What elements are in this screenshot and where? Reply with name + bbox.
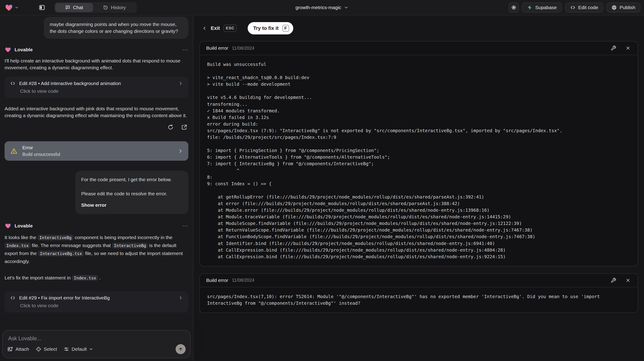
arrow-up-icon (178, 347, 183, 352)
followup-line2: Please edit the code to resolve the erro… (81, 190, 182, 197)
esc-key-badge: ESC (224, 25, 237, 32)
user-followup-bubble: For the code present, I get the error be… (75, 171, 188, 214)
fix-wrench-icon[interactable] (610, 45, 617, 51)
inline-code: Index.tsx (4, 243, 30, 248)
edit-28-subtitle: Click to view code (20, 88, 183, 94)
chat-bubble-icon (65, 5, 70, 10)
edit-29-card[interactable]: Edit #29 • Fix import error for Interact… (4, 291, 188, 313)
inline-code: InteractiveBg (38, 235, 74, 240)
build-error-summary-card[interactable]: Error Build unsuccessful (4, 141, 188, 161)
close-icon[interactable] (625, 277, 631, 284)
exit-label: Exit (211, 25, 220, 31)
assistant-message-header: Lovable ⋯ (4, 223, 188, 229)
build-error-title: Build error (206, 278, 228, 283)
edit-code-button[interactable]: Edit code (565, 2, 604, 12)
mode-dropdown[interactable]: Default (64, 346, 93, 352)
lovable-heart-avatar-icon (4, 46, 12, 53)
error-card-subtitle: Build unsuccessful (22, 152, 60, 157)
topbar-right: Supabase Edit code Publish (509, 2, 640, 12)
close-icon[interactable] (625, 45, 631, 51)
f-key-badge: F (282, 25, 289, 32)
publish-button[interactable]: Publish (606, 2, 640, 12)
edit-29-title: Edit #29 • Fix import error for Interact… (19, 295, 110, 301)
followup-line1: For the code present, I get the error be… (81, 176, 182, 183)
chevron-right-icon (178, 149, 183, 154)
chevron-right-icon (178, 81, 183, 86)
lovable-app-window: Chat History growth-metrics-magic (0, 0, 644, 361)
chevron-down-icon (14, 5, 19, 9)
assistant-name: Lovable (14, 223, 32, 229)
select-label: Select (44, 347, 57, 352)
tab-history-label: History (111, 5, 126, 10)
message-action-row (4, 123, 188, 131)
chevron-left-icon (202, 26, 207, 31)
project-name[interactable]: growth-metrics-magic (296, 5, 342, 10)
preview-header: Exit ESC Try to fix it F (199, 15, 638, 41)
user-message-bubble: maybe diagramming points and when you mo… (44, 17, 188, 39)
assistant-intro-text: I'll help create an interactive backgrou… (4, 57, 188, 71)
build-error-date: 11/08/2024 (232, 278, 254, 283)
edit-code-label: Edit code (578, 5, 598, 10)
fix-wrench-icon[interactable] (610, 277, 617, 284)
message-options-button[interactable]: ⋯ (182, 46, 188, 53)
retry-icon[interactable] (166, 123, 175, 131)
edit-29-subtitle: Click to view code (20, 303, 183, 308)
tab-chat-label: Chat (73, 5, 83, 10)
build-error-card-2-header: Build error 11/08/2024 (200, 274, 638, 287)
inline-code: InteractiveBg.tsx (38, 251, 84, 256)
attach-label: Attach (16, 347, 29, 352)
assistant-name: Lovable (14, 47, 32, 52)
build-error-card-1-body: Build was unsuccessful > vite_react_shad… (200, 55, 638, 266)
assistant-fix-text: Let's fix the import statement in Index.… (4, 274, 188, 282)
code-brackets-icon (570, 5, 576, 10)
chat-panel: maybe diagramming points and when you mo… (0, 15, 194, 361)
exit-button[interactable]: Exit ESC (202, 25, 237, 32)
attach-button[interactable]: Attach (7, 346, 29, 352)
chat-message-list[interactable]: maybe diagramming points and when you mo… (0, 15, 193, 361)
chevron-right-icon (178, 296, 183, 300)
code-brackets-icon (10, 295, 16, 301)
chat-input[interactable]: Ask Lovable... (8, 336, 185, 342)
toggle-sidebar-button[interactable] (37, 2, 47, 12)
chat-composer: Ask Lovable... Attach Select (2, 330, 191, 358)
edit-28-title: Edit #28 • Add interactive background an… (19, 81, 121, 86)
globe-icon (612, 5, 617, 10)
chat-history-tabs: Chat History (54, 2, 137, 13)
code-brackets-icon (10, 81, 16, 86)
panel-layout-icon (38, 4, 46, 11)
lovable-logo-menu[interactable] (4, 3, 19, 12)
send-button[interactable] (176, 344, 186, 354)
build-log-output: Build was unsuccessful > vite_react_shad… (207, 61, 630, 260)
supabase-button[interactable]: Supabase (522, 2, 562, 12)
fix-label: Try to fix it (253, 25, 278, 31)
edit-28-card[interactable]: Edit #28 • Add interactive background an… (4, 77, 188, 98)
tab-history[interactable]: History (93, 3, 136, 12)
mode-label: Default (72, 347, 87, 352)
sliders-icon (64, 346, 69, 352)
build-error-card-1: Build error 11/08/2024 Build was unsucce… (199, 41, 638, 266)
try-to-fix-button[interactable]: Try to fix it F (248, 22, 293, 34)
ts-error-output: src/pages/Index.tsx(7,10): error TS2614:… (207, 293, 630, 307)
message-options-button[interactable]: ⋯ (182, 223, 188, 229)
build-error-title: Build error (206, 45, 228, 51)
open-external-icon[interactable] (180, 123, 188, 131)
settings-button[interactable] (509, 2, 519, 12)
show-error-link[interactable]: Show error (81, 202, 182, 209)
build-error-card-1-header: Build error 11/08/2024 (200, 41, 638, 55)
composer-toolbar: Attach Select Default (7, 344, 186, 354)
warning-triangle-icon (10, 147, 18, 155)
topbar-left: Chat History (4, 2, 137, 13)
assistant-diagnosis-text: It looks like the InteractiveBg componen… (4, 234, 188, 265)
chevron-down-icon (89, 347, 93, 351)
tab-chat[interactable]: Chat (55, 3, 93, 12)
preview-panel: Exit ESC Try to fix it F Build error 11/… (194, 15, 644, 361)
error-card-title: Error (22, 145, 60, 150)
history-clock-icon (103, 5, 108, 10)
publish-label: Publish (620, 5, 635, 10)
select-button[interactable]: Select (36, 346, 57, 352)
supabase-label: Supabase (535, 5, 557, 10)
lovable-heart-logo-icon (4, 3, 13, 12)
inline-code: Index.tsx (72, 275, 98, 281)
project-chevron-down-icon[interactable] (344, 5, 348, 10)
lovable-heart-avatar-icon (4, 223, 12, 229)
